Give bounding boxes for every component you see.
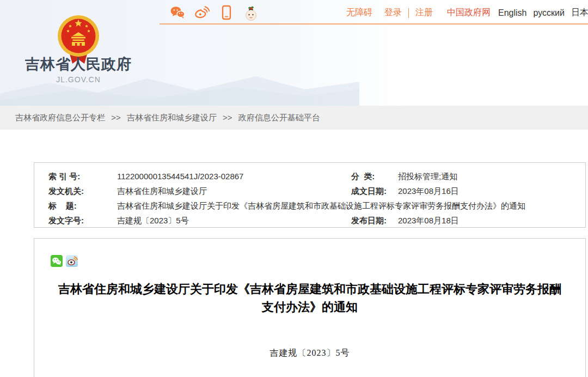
meta-title-label: 标 题: <box>48 198 117 213</box>
top-navigation: 无障碍 登录 注册 中国政府网 English русский 日本語 한국 <box>346 7 588 19</box>
meta-written-date-value: 2023年08月16日 <box>398 184 580 198</box>
share-bar <box>51 255 585 267</box>
nav-login[interactable]: 登录 <box>384 7 402 19</box>
meta-category-label: 分 类: <box>351 169 398 184</box>
meta-agency-label: 发文机关: <box>48 184 117 198</box>
site-logo[interactable]: 吉林省人民政府 JL.GOV.CN <box>24 10 133 92</box>
article-title: 吉林省住房和城乡建设厅关于印发《吉林省房屋建筑和市政基础设施工程评标专家评审劳务… <box>56 280 564 316</box>
meta-index-label: 索 引 号: <box>48 169 117 184</box>
meta-agency-value: 吉林省住房和城乡建设厅 <box>117 184 351 198</box>
meta-title-value: 吉林省住房和城乡建设厅关于印发《吉林省房屋建筑和市政基础设施工程评标专家评审劳务… <box>117 198 580 213</box>
site-domain: JL.GOV.CN <box>24 75 133 84</box>
breadcrumb-item-opengov-column[interactable]: 吉林省政府信息公开专栏 <box>15 113 105 122</box>
meta-written-date-label: 成文日期: <box>351 184 398 198</box>
header-social-bar <box>170 4 259 21</box>
meta-index-value: 11220000013544541J/2023-02867 <box>117 169 351 184</box>
share-weibo-icon[interactable] <box>66 255 78 267</box>
meta-category-value: 招投标管理;通知 <box>398 169 580 184</box>
header-divider-line <box>160 23 588 25</box>
document-metadata-box: 索 引 号: 11220000013544541J/2023-02867 分 类… <box>34 162 586 228</box>
mobile-phone-icon[interactable] <box>219 4 234 21</box>
meta-doc-no-value: 吉建规〔2023〕5号 <box>117 213 351 228</box>
breadcrumb-separator: >> <box>223 113 232 122</box>
article-content-box: 吉林省住房和城乡建设厅关于印发《吉林省房屋建筑和市政基础设施工程评标专家评审劳务… <box>34 238 586 377</box>
site-header: 吉林省人民政府 JL.GOV.CN <box>0 0 588 106</box>
nav-divider <box>408 8 409 18</box>
wechat-icon[interactable] <box>170 4 185 21</box>
share-wechat-icon[interactable] <box>51 255 63 267</box>
weibo-icon[interactable] <box>194 4 210 21</box>
nav-register[interactable]: 注册 <box>415 7 433 19</box>
nav-lang-russian[interactable]: русский <box>533 8 564 18</box>
nav-lang-english[interactable]: English <box>498 8 526 18</box>
breadcrumb-separator: >> <box>111 113 121 122</box>
nav-accessibility[interactable]: 无障碍 <box>346 7 372 19</box>
mascot-icon[interactable] <box>243 4 259 21</box>
breadcrumb-item-housing-dept[interactable]: 吉林省住房和城乡建设厅 <box>127 113 217 122</box>
nav-gov-cn[interactable]: 中国政府网 <box>447 7 491 19</box>
article-doc-number: 吉建规〔2023〕5号 <box>34 348 585 359</box>
meta-publish-date-value: 2023年08月18日 <box>398 213 580 228</box>
breadcrumb: 吉林省政府信息公开专栏 >> 吉林省住房和城乡建设厅 >> 政府信息公开基础平台 <box>0 106 588 130</box>
meta-doc-no-label: 发文字号: <box>48 213 117 228</box>
breadcrumb-item-opengov-platform[interactable]: 政府信息公开基础平台 <box>238 113 320 122</box>
site-name: 吉林省人民政府 <box>24 54 133 74</box>
nav-lang-japanese[interactable]: 日本語 <box>571 7 588 19</box>
meta-publish-date-label: 发布日期: <box>351 213 398 228</box>
